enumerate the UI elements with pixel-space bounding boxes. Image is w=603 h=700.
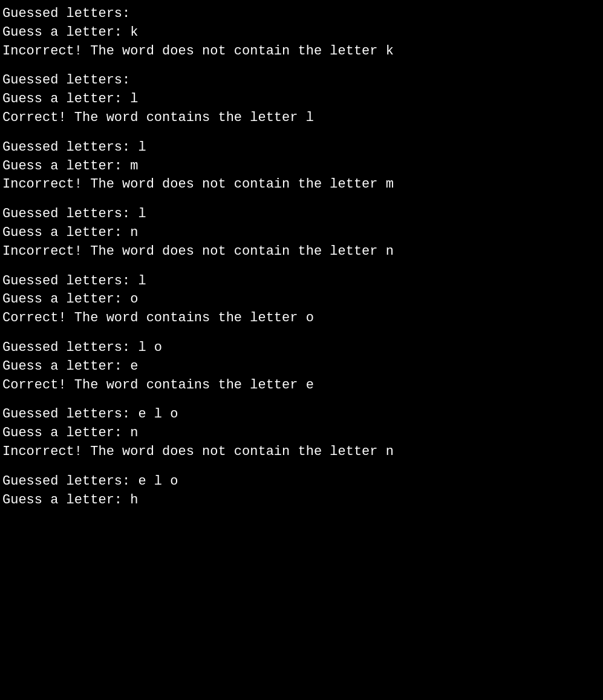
game-line: Guessed letters: l (2, 272, 601, 291)
game-line: Incorrect! The word does not contain the… (2, 42, 601, 61)
game-block-3: Guessed letters: lGuess a letter: mIncor… (2, 139, 601, 194)
game-line: Guess a letter: m (2, 157, 601, 176)
game-block-8: Guessed letters: e l oGuess a letter: h (2, 473, 601, 510)
game-block-2: Guessed letters:Guess a letter: lCorrect… (2, 71, 601, 127)
game-block-5: Guessed letters: lGuess a letter: oCorre… (2, 272, 601, 328)
game-line: Correct! The word contains the letter l (2, 109, 601, 128)
game-line: Correct! The word contains the letter o (2, 309, 601, 328)
game-block-7: Guessed letters: e l oGuess a letter: nI… (2, 405, 601, 461)
game-block-6: Guessed letters: l oGuess a letter: eCor… (2, 339, 601, 394)
game-line: Guess a letter: n (2, 424, 601, 443)
game-line: Guessed letters: (2, 71, 601, 90)
terminal-output: Guessed letters:Guess a letter: kIncorre… (2, 5, 601, 509)
game-line: Guessed letters: l (2, 139, 601, 157)
game-line: Guess a letter: o (2, 290, 601, 309)
game-line: Guess a letter: e (2, 358, 601, 376)
game-line: Guessed letters: l o (2, 339, 601, 358)
game-line: Incorrect! The word does not contain the… (2, 243, 601, 261)
game-line: Guess a letter: l (2, 90, 601, 109)
game-line: Guessed letters: e l o (2, 473, 601, 491)
game-line: Incorrect! The word does not contain the… (2, 443, 601, 462)
game-line: Incorrect! The word does not contain the… (2, 175, 601, 194)
game-line: Correct! The word contains the letter e (2, 376, 601, 395)
game-line: Guess a letter: k (2, 24, 601, 42)
game-line: Guessed letters: l (2, 205, 601, 224)
game-block-1: Guessed letters:Guess a letter: kIncorre… (2, 5, 601, 61)
game-line: Guess a letter: n (2, 224, 601, 243)
game-block-4: Guessed letters: lGuess a letter: nIncor… (2, 205, 601, 261)
game-line: Guessed letters: e l o (2, 405, 601, 424)
game-line: Guess a letter: h (2, 491, 601, 510)
game-line: Guessed letters: (2, 5, 601, 24)
